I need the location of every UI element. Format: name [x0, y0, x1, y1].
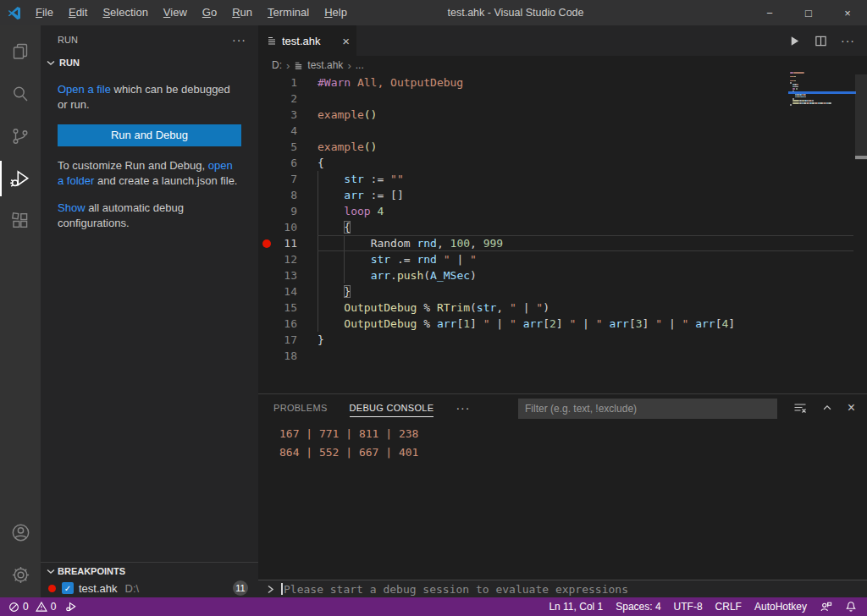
bell-icon	[845, 601, 857, 613]
clear-console-icon[interactable]	[793, 401, 807, 415]
breadcrumb-more[interactable]: ...	[356, 59, 364, 71]
gutter[interactable]: 17	[258, 332, 318, 348]
breakpoints-header[interactable]: BREAKPOINTS	[41, 562, 258, 579]
debug-console-input[interactable]: Please start a debug session to evaluate…	[258, 580, 867, 597]
show-link[interactable]: Show	[58, 201, 86, 214]
gutter[interactable]: 4	[258, 123, 318, 139]
run-file-icon[interactable]	[788, 35, 801, 47]
gutter[interactable]: 16	[258, 316, 318, 332]
code-line-14[interactable]: 14 }	[258, 283, 853, 300]
feedback-button[interactable]	[820, 601, 832, 613]
split-editor-icon[interactable]	[815, 35, 827, 47]
notifications-button[interactable]	[845, 601, 857, 613]
settings-button[interactable]	[0, 553, 41, 596]
menu-go[interactable]: Go	[195, 0, 224, 25]
code-line-4[interactable]: 4	[258, 123, 853, 139]
code-line-10[interactable]: 10 {	[258, 219, 853, 235]
close-tab-icon[interactable]: ×	[342, 35, 350, 47]
menu-file[interactable]: File	[28, 0, 61, 25]
tab-debug-console[interactable]: DEBUG CONSOLE	[350, 394, 434, 421]
menu-terminal[interactable]: Terminal	[260, 0, 317, 25]
encoding-status[interactable]: UTF-8	[674, 601, 703, 613]
gutter[interactable]: 6	[258, 155, 318, 171]
breadcrumb-file[interactable]: test.ahk	[307, 59, 343, 71]
code-line-2[interactable]: 2	[258, 91, 853, 107]
debug-status-button[interactable]	[65, 601, 77, 613]
minimize-icon[interactable]: −	[750, 0, 789, 25]
gutter[interactable]: 5	[258, 139, 318, 155]
gutter[interactable]: 1	[258, 74, 318, 91]
code-editor[interactable]: 1#Warn All, OutputDebug23example()45exam…	[258, 74, 867, 393]
code-line-3[interactable]: 3example()	[258, 107, 853, 123]
code-line-5[interactable]: 5example()	[258, 139, 853, 155]
gutter[interactable]: 12	[258, 251, 318, 267]
gutter[interactable]: 7	[258, 171, 318, 187]
editor-more-icon[interactable]: ···	[841, 34, 855, 47]
close-window-icon[interactable]: ×	[828, 0, 867, 25]
scrollbar-thumb[interactable]	[855, 156, 867, 159]
maximize-icon[interactable]: □	[789, 0, 828, 25]
vscode-window: FileEditSelectionViewGoRunTerminalHelp t…	[0, 0, 867, 616]
code-line-17[interactable]: 17}	[258, 332, 853, 348]
code-line-15[interactable]: 15 OutputDebug % RTrim(str, " | ")	[258, 300, 853, 316]
sidebar-more-icon[interactable]: ···	[232, 33, 246, 47]
menu-view[interactable]: View	[156, 0, 195, 25]
breakpoint-checkbox[interactable]: ✓	[62, 582, 74, 594]
menu-help[interactable]: Help	[317, 0, 355, 25]
code-line-7[interactable]: 7 str := ""	[258, 171, 853, 187]
code-line-1[interactable]: 1#Warn All, OutputDebug	[258, 74, 853, 91]
code-line-9[interactable]: 9 loop 4	[258, 203, 853, 219]
cursor-position-status[interactable]: Ln 11, Col 1	[549, 601, 603, 613]
gutter[interactable]: 3	[258, 107, 318, 123]
breakpoint-dot-icon	[48, 585, 56, 592]
gutter[interactable]: 18	[258, 348, 318, 364]
code-line-16[interactable]: 16 OutputDebug % arr[1] " | " arr[2] " |…	[258, 316, 853, 332]
panel-more-icon[interactable]: ···	[456, 401, 470, 415]
breakpoint-row[interactable]: ✓ test.ahk D:\ 11	[41, 579, 258, 597]
menu-edit[interactable]: Edit	[61, 0, 95, 25]
language-mode-status[interactable]: AutoHotkey	[754, 601, 807, 613]
editor-group: test.ahk × ··· D: › test.ahk › ... 1#War…	[258, 25, 867, 393]
open-a-file-link[interactable]: Open a file	[58, 83, 111, 96]
breakpoint-dot-icon[interactable]	[262, 239, 271, 248]
code-line-12[interactable]: 12 str .= rnd " | "	[258, 251, 853, 267]
menu-run[interactable]: Run	[224, 0, 260, 25]
code-line-18[interactable]: 18	[258, 348, 853, 364]
code-line-13[interactable]: 13 arr.push(A_MSec)	[258, 267, 853, 283]
code-line-11[interactable]: 11 Random rnd, 100, 999	[258, 235, 853, 251]
sidebar-item-source-control[interactable]	[0, 115, 41, 157]
run-section-header[interactable]: RUN	[41, 53, 258, 72]
gutter[interactable]: 2	[258, 91, 318, 107]
gutter[interactable]: 11	[258, 235, 318, 251]
gutter[interactable]: 8	[258, 187, 318, 203]
indentation-status[interactable]: Spaces: 4	[616, 601, 660, 613]
breadcrumb-drive[interactable]: D:	[272, 59, 282, 71]
menu-selection[interactable]: Selection	[95, 0, 155, 25]
status-bar: 0 0 Ln 11, Col 1 Spaces: 4 UTF-8 CRLF Au…	[0, 597, 867, 616]
chevron-up-icon[interactable]	[821, 402, 833, 414]
sidebar-item-explorer[interactable]	[0, 30, 41, 73]
filter-input[interactable]	[518, 399, 777, 419]
eol-status[interactable]: CRLF	[715, 601, 742, 613]
open-file-text: Open a file which can be debugged or run…	[58, 82, 241, 113]
gutter[interactable]: 10	[258, 219, 318, 235]
gutter[interactable]: 9	[258, 203, 318, 219]
sidebar-item-extensions[interactable]	[0, 200, 41, 242]
sidebar-item-run-and-debug[interactable]	[0, 157, 41, 200]
close-panel-icon[interactable]: ×	[848, 401, 855, 415]
tab-test-ahk[interactable]: test.ahk ×	[258, 25, 356, 56]
file-icon	[294, 61, 303, 70]
code-line-6[interactable]: 6{	[258, 155, 853, 171]
chevron-right-icon: ›	[347, 59, 351, 72]
account-button[interactable]	[0, 511, 41, 553]
tab-problems[interactable]: PROBLEMS	[273, 394, 328, 421]
run-and-debug-button[interactable]: Run and Debug	[58, 124, 241, 146]
gutter[interactable]: 13	[258, 267, 318, 283]
gutter[interactable]: 15	[258, 300, 318, 316]
sidebar-item-search[interactable]	[0, 73, 41, 115]
minimap[interactable]	[790, 72, 854, 108]
problems-status[interactable]: 0 0	[8, 601, 56, 613]
gutter[interactable]: 14	[258, 283, 318, 300]
code-line-8[interactable]: 8 arr := []	[258, 187, 853, 203]
editor-scrollbar[interactable]	[855, 74, 867, 160]
